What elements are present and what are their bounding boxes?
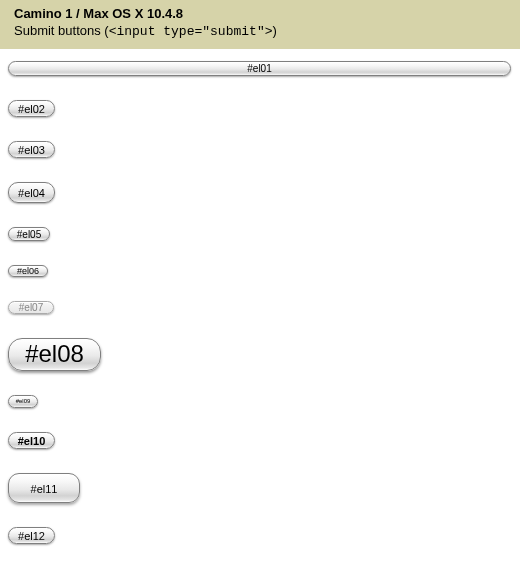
submit-el12[interactable]: #el12 xyxy=(8,527,55,544)
submit-el02[interactable]: #el02 xyxy=(8,100,55,117)
examples-area: #el01 #el02 #el03 #el04 #el05 #el06 #el0… xyxy=(0,49,520,567)
submit-el08[interactable]: #el08 xyxy=(8,338,101,371)
submit-el06[interactable]: #el06 xyxy=(8,265,48,277)
submit-el03[interactable]: #el03 xyxy=(8,141,55,158)
submit-el01[interactable]: #el01 xyxy=(8,61,511,76)
section-title: Submit buttons (<input type="submit">) xyxy=(14,23,506,39)
section-title-suffix: ) xyxy=(272,23,276,38)
section-title-code: <input type="submit"> xyxy=(109,24,273,39)
header: Camino 1 / Max OS X 10.4.8 Submit button… xyxy=(0,0,520,49)
submit-el05[interactable]: #el05 xyxy=(8,227,50,241)
submit-el09[interactable]: #el09 xyxy=(8,395,38,408)
submit-el04[interactable]: #el04 xyxy=(8,182,55,203)
section-title-prefix: Submit buttons ( xyxy=(14,23,109,38)
browser-os-label: Camino 1 / Max OS X 10.4.8 xyxy=(14,6,506,21)
submit-el10[interactable]: #el10 xyxy=(8,432,55,449)
submit-el07-disabled: #el07 xyxy=(8,301,54,314)
submit-el11[interactable]: #el11 xyxy=(8,473,80,503)
